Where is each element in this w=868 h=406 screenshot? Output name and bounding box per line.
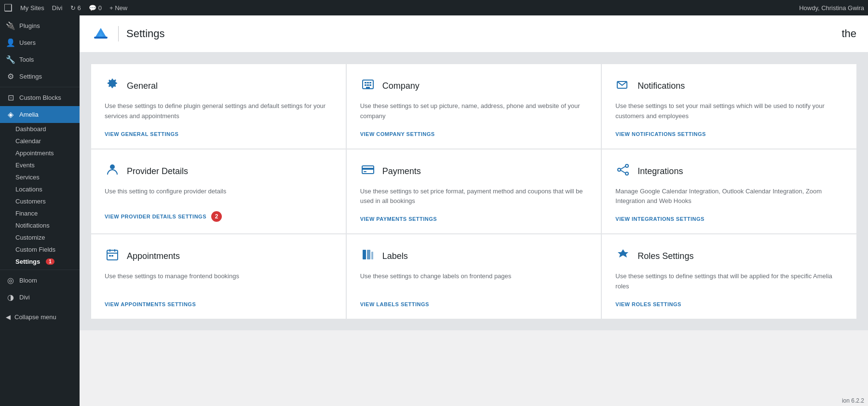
svg-point-16 xyxy=(618,168,621,171)
sidebar-item-divi[interactable]: ◑ Divi xyxy=(0,289,80,306)
svg-point-12 xyxy=(110,164,115,169)
view-roles-settings-link[interactable]: VIEW ROLES SETTINGS xyxy=(615,301,843,307)
wordpress-logo-icon[interactable]: ❑ xyxy=(4,2,13,14)
appointments-label: Appointments xyxy=(15,149,54,157)
sidebar-item-users[interactable]: 👤 Users xyxy=(0,34,80,51)
customize-label: Customize xyxy=(15,234,45,241)
calendar-label: Calendar xyxy=(15,137,41,145)
new-link[interactable]: + New xyxy=(109,4,127,12)
svg-rect-9 xyxy=(369,84,371,86)
view-integrations-settings-link[interactable]: VIEW INTEGRATIONS SETTINGS xyxy=(615,216,843,222)
view-provider-details-settings-link[interactable]: VIEW PROVIDER DETAILS SETTINGS xyxy=(105,214,206,219)
card-integrations: Integrations Manage Google Calendar Inte… xyxy=(602,149,856,234)
sidebar-sub-locations[interactable]: Locations xyxy=(8,183,80,195)
sidebar-item-tools[interactable]: 🔧 Tools xyxy=(0,51,80,68)
plugin-header: Settings the xyxy=(80,15,868,53)
sidebar-item-settings[interactable]: ⚙ Settings xyxy=(0,68,80,85)
sidebar-sub-customers[interactable]: Customers xyxy=(8,195,80,207)
payments-icon xyxy=(360,163,376,180)
svg-rect-27 xyxy=(363,250,366,259)
sidebar-sub-customize[interactable]: Customize xyxy=(8,231,80,244)
admin-bar: ❑ My Sites Divi ↻ 6 💬 0 + New Howdy, Chr… xyxy=(0,0,868,15)
sidebar-sub-notifications[interactable]: Notifications xyxy=(8,219,80,231)
sidebar-sub-calendar[interactable]: Calendar xyxy=(8,135,80,147)
view-labels-settings-link[interactable]: VIEW LABELS SETTINGS xyxy=(360,301,588,307)
view-notifications-settings-link[interactable]: VIEW NOTIFICATIONS SETTINGS xyxy=(615,131,843,137)
labels-icon xyxy=(360,248,376,265)
sidebar-plugins-label: Plugins xyxy=(19,22,40,29)
roles-settings-description: Use these settings to define settings th… xyxy=(615,271,843,292)
events-label: Events xyxy=(15,162,35,169)
svg-point-17 xyxy=(625,164,628,167)
company-description: Use these settings to set up picture, na… xyxy=(360,101,588,122)
locations-label: Locations xyxy=(15,186,42,193)
updates-icon: ↻ xyxy=(70,4,76,12)
card-notifications: Notifications Use these settings to set … xyxy=(602,64,856,149)
bloom-icon: ◎ xyxy=(6,276,15,285)
settings-grid: General Use these settings to define plu… xyxy=(80,53,868,330)
sidebar-divider-1 xyxy=(0,87,80,87)
sidebar-item-bloom[interactable]: ◎ Bloom xyxy=(0,272,80,289)
provider-details-description: Use this setting to configure provider d… xyxy=(105,187,332,202)
sidebar-sub-dashboard[interactable]: Dashboard xyxy=(8,123,80,135)
card-payments: Payments Use these settings to set price… xyxy=(347,149,601,234)
my-sites-link[interactable]: My Sites xyxy=(20,4,44,12)
sidebar-divider-2 xyxy=(0,270,80,270)
svg-rect-28 xyxy=(367,250,370,259)
amelia-submenu: Dashboard Calendar Appointments Events S… xyxy=(0,123,80,268)
sidebar-item-amelia[interactable]: ◈ Amelia xyxy=(0,106,80,123)
svg-line-20 xyxy=(621,170,625,173)
view-appointments-settings-link[interactable]: VIEW APPOINTMENTS SETTINGS xyxy=(105,301,332,307)
howdy-text: Howdy, Christina Gwira xyxy=(799,4,864,12)
sidebar-sub-appointments[interactable]: Appointments xyxy=(8,147,80,159)
sidebar-custom-blocks-label: Custom Blocks xyxy=(19,94,61,101)
sidebar-sub-settings[interactable]: Settings 1 xyxy=(8,256,80,268)
sidebar-settings-label: Settings xyxy=(19,73,42,80)
svg-rect-26 xyxy=(111,255,113,257)
plugins-icon: 🔌 xyxy=(6,21,15,30)
view-general-settings-link[interactable]: VIEW GENERAL SETTINGS xyxy=(105,131,332,137)
card-company: Company Use these settings to set up pic… xyxy=(347,64,601,149)
sidebar-sub-services[interactable]: Services xyxy=(8,171,80,183)
general-description: Use these settings to define plugin gene… xyxy=(105,101,332,122)
finance-label: Finance xyxy=(15,210,38,217)
svg-rect-5 xyxy=(367,82,369,83)
amelia-icon: ◈ xyxy=(6,110,15,119)
collapse-menu-button[interactable]: ◀ Collapse menu xyxy=(0,310,80,325)
provider-details-icon xyxy=(105,163,120,180)
custom-blocks-icon: ⊡ xyxy=(6,93,15,102)
main-layout: 🔌 Plugins 👤 Users 🔧 Tools ⚙ Settings ⊡ C… xyxy=(0,15,868,406)
services-label: Services xyxy=(15,174,40,181)
sidebar-sub-custom-fields[interactable]: Custom Fields xyxy=(8,244,80,256)
updates-link[interactable]: ↻ 6 xyxy=(70,4,81,12)
svg-point-18 xyxy=(625,172,628,175)
card-roles-settings: Roles Settings Use these settings to def… xyxy=(602,234,856,319)
svg-rect-6 xyxy=(369,82,371,83)
svg-line-19 xyxy=(621,166,625,169)
tools-icon: 🔧 xyxy=(6,55,15,64)
view-company-settings-link[interactable]: VIEW COMPANY SETTINGS xyxy=(360,131,588,137)
card-appointments: Appointments Use these settings to manag… xyxy=(91,234,346,319)
provider-details-badge: 2 xyxy=(211,211,222,222)
view-payments-settings-link[interactable]: VIEW PAYMENTS SETTINGS xyxy=(360,216,588,222)
settings-badge: 1 xyxy=(46,258,54,265)
svg-rect-14 xyxy=(362,168,374,170)
roles-settings-title: Roles Settings xyxy=(637,251,693,261)
page-title: Settings xyxy=(126,27,165,40)
payments-title: Payments xyxy=(382,166,421,176)
sidebar-sub-finance[interactable]: Finance xyxy=(8,207,80,219)
roles-settings-icon xyxy=(615,248,631,265)
sidebar-item-plugins[interactable]: 🔌 Plugins xyxy=(0,17,80,34)
site-name-link[interactable]: Divi xyxy=(52,4,63,12)
collapse-label: Collapse menu xyxy=(14,313,56,321)
integrations-title: Integrations xyxy=(637,166,683,176)
content-area: Settings the General Use these settings … xyxy=(80,15,868,406)
svg-rect-8 xyxy=(367,84,369,86)
dashboard-label: Dashboard xyxy=(15,125,46,133)
sidebar-item-custom-blocks[interactable]: ⊡ Custom Blocks xyxy=(0,89,80,106)
comments-link[interactable]: 💬 0 xyxy=(89,4,102,12)
card-provider-details: Provider Details Use this setting to con… xyxy=(91,149,346,234)
sidebar-sub-events[interactable]: Events xyxy=(8,159,80,171)
sidebar-tools-label: Tools xyxy=(19,56,34,63)
sidebar-amelia-label: Amelia xyxy=(19,111,39,118)
